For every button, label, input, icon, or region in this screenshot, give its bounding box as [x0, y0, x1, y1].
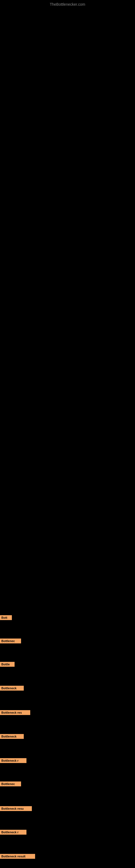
bottleneck-result-label: Bottlenec [0, 781, 21, 786]
bottleneck-result-label: Bottleneck result [0, 854, 35, 859]
bottleneck-result-label: Bottleneck [0, 686, 24, 691]
site-title: TheBottlenecker.com [0, 2, 135, 6]
bottleneck-result-label: Bottleneck resu [0, 806, 32, 811]
bottleneck-result-label: Bottleneck res [0, 710, 30, 715]
bottleneck-result-label: Bottleneck r [0, 830, 27, 835]
bottleneck-result-label: Bottlenec [0, 639, 21, 643]
bottleneck-result-label: Bottle [0, 662, 14, 667]
bottleneck-result-label: Bottleneck [0, 734, 24, 739]
bottleneck-result-label: Bott [0, 615, 12, 620]
bottleneck-result-label: Bottleneck r [0, 758, 27, 763]
